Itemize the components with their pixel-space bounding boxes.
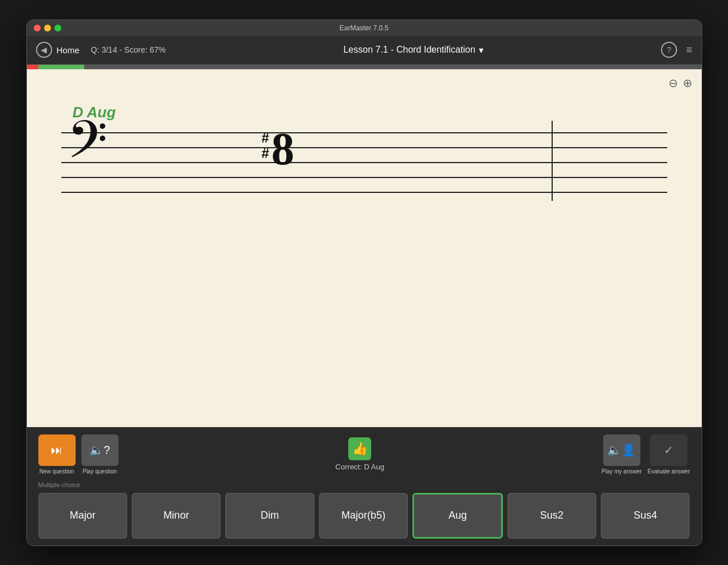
play-question-button[interactable]: 🔈? bbox=[81, 434, 119, 466]
control-center: 👍 Correct: D Aug bbox=[336, 437, 384, 471]
zoom-in-icon[interactable]: ⊕ bbox=[683, 76, 692, 90]
zoom-controls: ⊖ ⊕ bbox=[668, 76, 692, 90]
next-icon: ⏭ bbox=[51, 444, 62, 457]
control-left: ⏭ New question 🔈? Play question bbox=[38, 434, 119, 475]
new-question-button[interactable]: ⏭ bbox=[38, 434, 76, 466]
progress-remaining bbox=[84, 65, 702, 69]
thumbs-up-container: 👍 bbox=[348, 437, 371, 460]
home-button[interactable]: ◀ Home bbox=[36, 42, 80, 58]
score-display: Q: 3/14 - Score: 67% bbox=[91, 45, 166, 54]
home-label: Home bbox=[57, 45, 80, 55]
new-question-label: New question bbox=[40, 468, 74, 475]
mc-label: Multiple-choice bbox=[38, 481, 690, 488]
play-question-label: Play question bbox=[82, 468, 117, 475]
choice-btn-major[interactable]: Major bbox=[38, 493, 127, 539]
staff-line-4 bbox=[61, 177, 667, 178]
control-right: 🔈👤 Play my answer ✓ Evaluate answer bbox=[601, 434, 690, 475]
play-question-icon: 🔈? bbox=[89, 443, 110, 457]
thumbs-up-icon: 👍 bbox=[352, 441, 368, 456]
evaluate-label: Evaluate answer bbox=[648, 468, 690, 475]
dropdown-icon[interactable]: ▾ bbox=[479, 45, 483, 56]
barline bbox=[552, 121, 553, 201]
multiple-choice-area: Multiple-choice MajorMinorDimMajor(b5)Au… bbox=[38, 479, 690, 539]
evaluate-button[interactable]: ✓ bbox=[650, 434, 687, 466]
bottom-controls: ⏭ New question 🔈? Play question 👍 Correc… bbox=[27, 427, 702, 546]
close-button[interactable] bbox=[34, 25, 41, 31]
zoom-out-icon[interactable]: ⊖ bbox=[668, 76, 678, 90]
title-bar: EarMaster 7.0.5 bbox=[27, 20, 702, 36]
chord-notation: # # 8 bbox=[262, 124, 294, 168]
control-row: ⏭ New question 🔈? Play question 👍 Correc… bbox=[38, 434, 690, 475]
staff-line-2 bbox=[61, 147, 667, 148]
checkmark-icon: ✓ bbox=[664, 443, 674, 457]
staff-line-5 bbox=[61, 192, 667, 193]
correct-text: Correct: D Aug bbox=[336, 463, 384, 471]
back-icon: ◀ bbox=[36, 42, 52, 58]
app-window: EarMaster 7.0.5 ◀ Home Q: 3/14 - Score: … bbox=[26, 19, 702, 546]
play-answer-button[interactable]: 🔈👤 bbox=[603, 434, 640, 466]
progress-bar bbox=[27, 65, 702, 69]
staff-line-3 bbox=[61, 162, 667, 163]
header-right: ? ≡ bbox=[661, 42, 692, 58]
choice-btn-aug[interactable]: Aug bbox=[412, 493, 502, 539]
traffic-lights bbox=[34, 25, 61, 31]
lesson-title: Lesson 7.1 - Chord Identification ▾ bbox=[166, 45, 661, 56]
sheet-music-area: ⊖ ⊕ D Aug 𝄢 # # 8 bbox=[27, 69, 702, 427]
play-answer-icon: 🔈👤 bbox=[607, 443, 636, 457]
minimize-button[interactable] bbox=[44, 25, 51, 31]
choice-btn-sus2[interactable]: Sus2 bbox=[507, 493, 596, 539]
choice-btn-dim[interactable]: Dim bbox=[225, 493, 314, 539]
staff-container: 𝄢 # # 8 bbox=[61, 121, 667, 201]
play-answer-label: Play my answer bbox=[601, 468, 642, 475]
bass-clef-symbol: 𝄢 bbox=[67, 115, 108, 178]
header: ◀ Home Q: 3/14 - Score: 67% Lesson 7.1 -… bbox=[27, 36, 702, 65]
fullscreen-button[interactable] bbox=[54, 25, 61, 31]
menu-button[interactable]: ≡ bbox=[686, 44, 692, 56]
choice-btn-majorb5[interactable]: Major(b5) bbox=[319, 493, 408, 539]
staff: 𝄢 # # 8 bbox=[61, 121, 667, 201]
progress-incorrect bbox=[27, 65, 38, 69]
staff-line-1 bbox=[61, 132, 667, 133]
app-title: EarMaster 7.0.5 bbox=[340, 24, 388, 32]
choice-btn-minor[interactable]: Minor bbox=[132, 493, 221, 539]
choices-row: MajorMinorDimMajor(b5)AugSus2Sus4 bbox=[38, 493, 690, 539]
choice-btn-sus4[interactable]: Sus4 bbox=[601, 493, 690, 539]
progress-correct bbox=[38, 65, 84, 69]
help-button[interactable]: ? bbox=[661, 42, 677, 58]
